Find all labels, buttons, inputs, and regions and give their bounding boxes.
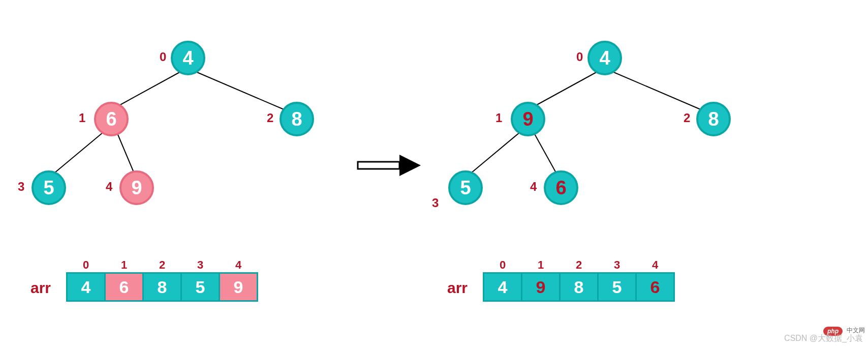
node-value: 5 [43,177,54,199]
left-tree: 4 0 6 1 8 2 5 3 9 4 [10,25,315,229]
tree-node-1: 6 [94,102,129,136]
arr-label: arr [30,279,51,302]
node-index-4: 4 [530,180,537,194]
node-index-3: 3 [18,180,24,194]
cell-index: 2 [561,258,597,272]
node-value: 9 [131,177,142,199]
array-cell-2: 28 [142,272,182,302]
node-index-2: 2 [684,111,690,125]
cell-value: 6 [650,277,660,297]
cell-index: 3 [182,258,219,272]
tree-node-0: 4 [171,41,205,75]
cell-value: 9 [234,277,243,297]
svg-line-7 [611,71,706,112]
node-index-1: 1 [79,111,85,125]
node-value: 5 [460,177,471,199]
cell-index: 0 [484,258,521,272]
node-value: 8 [708,108,719,130]
cell-value: 6 [119,277,129,297]
array-cell-3: 35 [597,272,637,302]
node-value: 6 [106,108,116,130]
cell-value: 4 [498,277,508,297]
array-cell-4: 46 [635,272,675,302]
node-value: 9 [522,108,533,130]
node-value: 8 [291,108,302,130]
watermark: CSDN @大数据_小袁 [784,333,863,344]
array-cell-0: 04 [66,272,106,302]
cell-index: 4 [637,258,673,272]
node-index-3: 3 [432,196,439,210]
right-tree: 4 0 9 1 8 2 5 3 6 4 [427,25,732,229]
right-array: arr 04 19 28 35 46 [447,272,675,302]
array-cell-2: 28 [559,272,599,302]
cell-value: 5 [612,277,622,297]
node-index-0: 0 [576,50,583,64]
cell-value: 8 [574,277,584,297]
array-cell-1: 19 [521,272,561,302]
tree-node-3: 5 [32,170,66,205]
svg-line-2 [48,132,103,178]
cell-index: 1 [522,258,559,272]
node-value: 4 [599,47,610,69]
svg-line-8 [465,132,520,178]
tree-node-2: 8 [280,102,314,136]
cell-value: 4 [81,277,91,297]
node-index-1: 1 [495,111,502,125]
node-index-4: 4 [106,180,112,194]
cell-value: 8 [158,277,167,297]
tree-node-1: 9 [511,102,545,136]
node-value: 6 [555,177,566,199]
cell-value: 5 [196,277,205,297]
node-index-0: 0 [160,50,166,64]
transition-arrow-icon [356,153,422,178]
svg-rect-4 [358,162,399,169]
cell-index: 2 [144,258,180,272]
array-cell-0: 04 [483,272,522,302]
array-cell-3: 35 [180,272,220,302]
cell-value: 9 [536,277,546,297]
node-index-2: 2 [267,111,273,125]
tree-node-4: 9 [119,170,154,205]
tree-node-4: 6 [544,170,578,205]
cell-index: 3 [599,258,635,272]
node-value: 4 [182,47,193,69]
array-cell-4: 49 [219,272,258,302]
array-cell-1: 16 [104,272,144,302]
svg-line-6 [529,71,598,109]
cell-index: 4 [220,258,257,272]
cell-index: 0 [68,258,104,272]
svg-line-0 [112,71,181,109]
tree-node-2: 8 [696,102,731,136]
svg-line-1 [195,71,290,112]
tree-node-0: 4 [587,41,622,75]
cell-index: 1 [106,258,142,272]
arr-label: arr [447,279,468,302]
svg-marker-5 [399,155,421,176]
left-array: arr 04 16 28 35 49 [30,272,258,302]
tree-node-3: 5 [448,170,483,205]
